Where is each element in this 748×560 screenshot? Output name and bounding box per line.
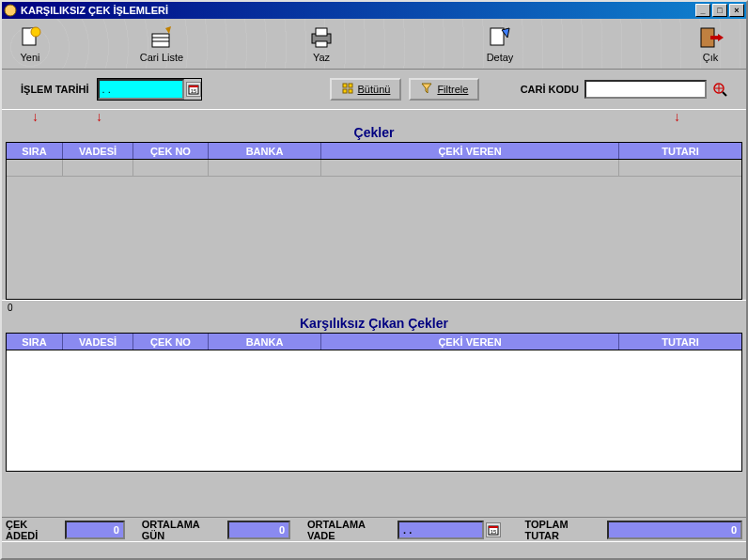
summary-footer: ÇEK ADEDİ 0 ORTALAMA GÜN 0 ORTALAMA VADE… (2, 517, 746, 541)
cekler-title: Çekler (2, 123, 746, 142)
list-icon (148, 24, 175, 51)
status-bar (2, 541, 746, 558)
butunu-button[interactable]: Bütünü (330, 78, 402, 101)
islem-tarihi-input[interactable]: . . (98, 79, 184, 100)
svg-text:15: 15 (190, 88, 196, 94)
toplam-tutar-label: TOPLAM TUTAR (524, 519, 601, 541)
svg-point-3 (31, 27, 40, 37)
filter-icon (420, 82, 433, 97)
minimize-button[interactable]: _ (695, 4, 710, 17)
all-icon (341, 82, 354, 97)
yaz-button[interactable]: Yaz (293, 21, 350, 68)
karsiliksiz-grid-body[interactable] (7, 350, 741, 471)
butunu-label: Bütünü (358, 84, 391, 95)
col-cekiveren[interactable]: ÇEKİ VEREN (321, 334, 619, 350)
table-row (7, 160, 741, 177)
ortalama-vade-label: ORTALAMA VADE (307, 519, 392, 541)
svg-text:15: 15 (491, 529, 497, 535)
cari-liste-button[interactable]: Cari Liste (133, 21, 190, 68)
cek-adedi-label: ÇEK ADEDİ (6, 519, 59, 541)
detay-button[interactable]: Detay (472, 21, 528, 68)
islem-tarihi-label: İŞLEM TARİHİ (21, 84, 89, 95)
date-picker-button[interactable]: 15 (186, 82, 201, 97)
svg-rect-16 (349, 84, 352, 87)
cari-liste-label: Cari Liste (140, 52, 183, 63)
print-icon (308, 24, 335, 51)
detay-label: Detay (487, 52, 514, 63)
svg-line-22 (723, 92, 726, 96)
col-vadesi[interactable]: VADESİ (63, 143, 133, 159)
toplam-tutar-value: 0 (607, 521, 742, 539)
col-cekno[interactable]: ÇEK NO (133, 143, 209, 159)
titlebar: KARŞILIKSIZ ÇEK İŞLEMLERİ _ □ × (2, 2, 746, 19)
ortalama-vade-value: . . (397, 521, 484, 539)
close-button[interactable]: × (729, 4, 744, 17)
main-toolbar: Yeni Cari Liste Yaz Detay Çık (2, 19, 746, 70)
cik-label: Çık (703, 52, 719, 63)
search-icon[interactable] (712, 82, 727, 97)
filtrele-label: Filtrele (437, 84, 468, 95)
col-cekiveren[interactable]: ÇEKİ VEREN (321, 143, 619, 159)
filtrele-button[interactable]: Filtrele (409, 78, 479, 101)
filter-row: İŞLEM TARİHİ . . 15 Bütünü Filtrele CARİ… (2, 70, 746, 109)
svg-rect-4 (152, 34, 169, 47)
col-cekno[interactable]: ÇEK NO (133, 334, 209, 350)
karsiliksiz-section: 0 Karşılıksız Çıkan Çekler SIRA VADESİ Ç… (2, 300, 746, 472)
ortalama-gun-value: 0 (227, 521, 290, 539)
svg-rect-17 (343, 89, 347, 93)
cik-button[interactable]: Çık (682, 21, 739, 68)
col-vadesi[interactable]: VADESİ (63, 334, 133, 350)
cari-kodu-input[interactable] (584, 80, 707, 99)
yeni-button[interactable]: Yeni (2, 21, 58, 68)
col-tutari[interactable]: TUTARI (619, 143, 741, 159)
sort-arrow-icon[interactable]: ↓ (674, 110, 680, 123)
detail-icon (487, 24, 513, 51)
karsiliksiz-grid: SIRA VADESİ ÇEK NO BANKA ÇEKİ VEREN TUTA… (6, 333, 742, 472)
app-icon (4, 4, 17, 17)
karsiliksiz-title: Karşılıksız Çıkan Çekler (2, 314, 746, 333)
maximize-button[interactable]: □ (712, 4, 727, 17)
date-picker-button[interactable]: 15 (486, 522, 501, 537)
cekler-grid: SIRA VADESİ ÇEK NO BANKA ÇEKİ VEREN TUTA… (6, 142, 742, 300)
col-sira[interactable]: SIRA (7, 334, 63, 350)
svg-point-0 (5, 5, 16, 16)
cari-kodu-label: CARİ KODU (521, 84, 579, 95)
svg-rect-24 (489, 526, 498, 528)
count-label: 0 (2, 301, 746, 314)
window-title: KARŞILIKSIZ ÇEK İŞLEMLERİ (21, 5, 695, 16)
cekler-section: ↓ ↓ ↓ Çekler SIRA VADESİ ÇEK NO BANKA ÇE… (2, 109, 746, 300)
col-banka[interactable]: BANKA (209, 334, 321, 350)
svg-rect-15 (343, 84, 347, 87)
svg-rect-8 (316, 28, 327, 36)
ortalama-gun-label: ORTALAMA GÜN (142, 519, 222, 541)
sort-arrow-icon[interactable]: ↓ (96, 110, 102, 123)
svg-rect-13 (189, 86, 198, 87)
cekler-grid-body[interactable] (7, 160, 741, 299)
new-icon (17, 24, 43, 51)
col-banka[interactable]: BANKA (209, 143, 321, 159)
col-sira[interactable]: SIRA (7, 143, 63, 159)
islem-tarihi-value: . . (102, 84, 111, 95)
svg-rect-9 (316, 41, 327, 47)
sort-arrow-icon[interactable]: ↓ (32, 110, 39, 123)
yaz-label: Yaz (313, 52, 330, 63)
svg-rect-18 (349, 89, 352, 93)
exit-icon (697, 24, 724, 51)
col-tutari[interactable]: TUTARI (619, 334, 741, 350)
cek-adedi-value: 0 (65, 521, 125, 539)
yeni-label: Yeni (20, 52, 39, 63)
